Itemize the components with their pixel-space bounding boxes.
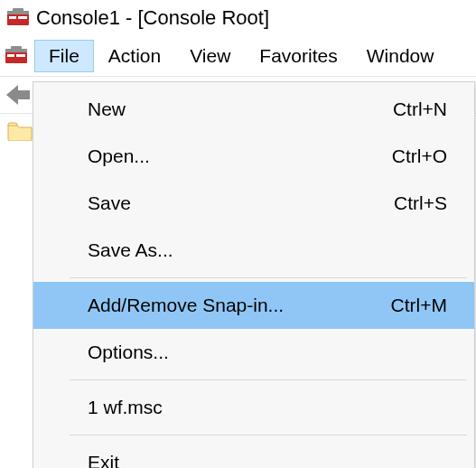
svg-rect-9 <box>16 54 25 57</box>
svg-rect-7 <box>11 46 22 50</box>
menu-action[interactable]: Action <box>94 40 175 72</box>
titlebar: Console1 - [Console Root] <box>0 0 476 36</box>
menu-window[interactable]: Window <box>352 40 449 72</box>
menuitem-label: New <box>88 98 393 120</box>
menu-view[interactable]: View <box>175 40 245 72</box>
menuitem-1-wf-msc[interactable]: 1 wf.msc <box>33 384 474 431</box>
menu-favorites[interactable]: Favorites <box>245 40 351 72</box>
menuitem-exit[interactable]: Exit <box>33 439 474 468</box>
svg-marker-10 <box>6 85 30 105</box>
menuitem-shortcut: Ctrl+N <box>393 98 447 120</box>
menu-separator <box>70 435 467 435</box>
menuitem-shortcut: Ctrl+O <box>392 145 447 167</box>
svg-rect-4 <box>18 16 27 19</box>
window-title: Console1 - [Console Root] <box>36 6 269 30</box>
menuitem-label: Exit <box>88 452 447 468</box>
svg-rect-8 <box>7 54 14 57</box>
menubar: FileActionViewFavoritesWindow <box>0 36 476 76</box>
menuitem-label: Add/Remove Snap-in... <box>88 295 391 316</box>
menuitem-label: Open... <box>88 145 392 167</box>
menu-separator <box>70 277 467 278</box>
menu-file[interactable]: File <box>34 40 94 72</box>
menuitem-save-as[interactable]: Save As... <box>33 227 474 274</box>
menuitem-label: Save As... <box>88 239 447 261</box>
app-icon <box>5 8 31 28</box>
svg-rect-2 <box>13 8 23 12</box>
menuitem-add-remove-snap-in[interactable]: Add/Remove Snap-in...Ctrl+M <box>33 282 474 329</box>
menuitem-label: 1 wf.msc <box>88 397 447 418</box>
back-arrow-icon[interactable] <box>5 85 31 105</box>
menuitem-open[interactable]: Open...Ctrl+O <box>33 133 474 180</box>
menuitem-label: Save <box>88 192 394 214</box>
menuitem-shortcut: Ctrl+M <box>391 295 447 316</box>
svg-rect-3 <box>9 16 16 19</box>
menuitem-new[interactable]: NewCtrl+N <box>33 86 474 133</box>
menuitem-options[interactable]: Options... <box>33 329 474 376</box>
file-menu-dropdown: NewCtrl+NOpen...Ctrl+OSaveCtrl+SSave As.… <box>33 81 475 468</box>
menuitem-label: Options... <box>88 342 447 363</box>
menuitem-shortcut: Ctrl+S <box>394 192 447 214</box>
menuitem-save[interactable]: SaveCtrl+S <box>33 180 474 227</box>
folder-icon[interactable] <box>7 121 33 141</box>
menubar-icon <box>4 46 29 66</box>
menu-separator <box>70 379 467 380</box>
